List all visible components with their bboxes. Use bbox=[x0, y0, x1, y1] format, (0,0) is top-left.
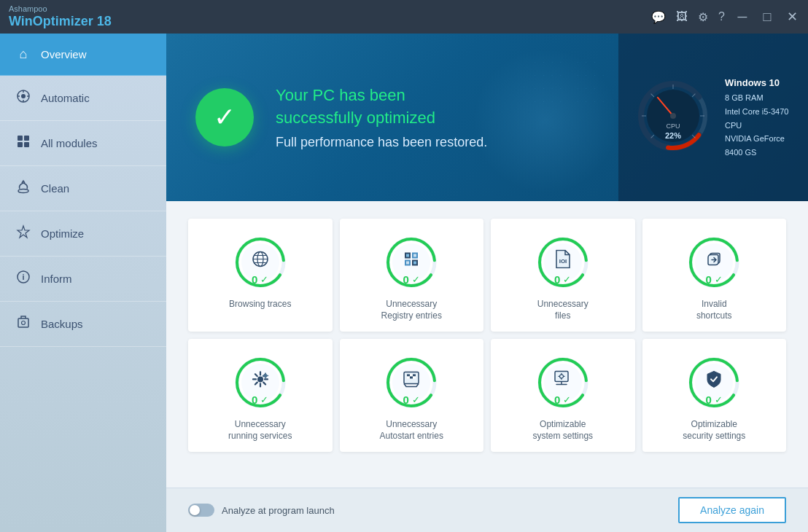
svg-rect-38 bbox=[406, 254, 409, 257]
cpu-label: Intel Core i5-3470 CPU bbox=[725, 105, 793, 132]
system-icon bbox=[553, 370, 572, 394]
content-area: ✓ Your PC has been successfully optimize… bbox=[166, 34, 808, 532]
card-gauge-security: 0 ✓ bbox=[685, 353, 743, 412]
card-system: 0 ✓ Optimizablesystem settings bbox=[491, 339, 635, 452]
sidebar-label-optimize: Optimize bbox=[41, 227, 84, 240]
maximize-button[interactable]: □ bbox=[760, 9, 774, 25]
svg-text:CPU: CPU bbox=[666, 122, 680, 130]
sidebar-item-automatic[interactable]: Automatic bbox=[0, 76, 166, 121]
shortcuts-label: Invalidshortcuts bbox=[696, 299, 732, 321]
toggle-label: Analyze at program launch bbox=[222, 505, 335, 516]
svg-rect-4 bbox=[18, 142, 23, 147]
cards-grid-top: 0 ✓ Browsing traces bbox=[188, 219, 786, 332]
svg-rect-5 bbox=[24, 142, 29, 147]
shortcuts-count: 0 bbox=[706, 273, 712, 286]
hero-title-line1: Your PC has been bbox=[276, 86, 405, 104]
sidebar: ⌂ Overview Automatic bbox=[0, 34, 166, 532]
svg-point-1 bbox=[21, 94, 26, 98]
sidebar-item-inform[interactable]: i Inform bbox=[0, 257, 166, 302]
cards-grid-bottom: 0 ✓ Unnecessaryrunning services bbox=[188, 339, 786, 452]
cpu-gauge: CPU 22% bbox=[633, 76, 713, 159]
toggle-row: Analyze at program launch bbox=[188, 504, 335, 517]
sidebar-label-automatic: Automatic bbox=[41, 92, 90, 104]
registry-label: UnnecessaryRegistry entries bbox=[381, 299, 442, 321]
svg-rect-79 bbox=[555, 372, 568, 382]
files-count-row: 0 ✓ bbox=[534, 273, 592, 286]
browsing-icon bbox=[252, 251, 269, 273]
app-title: Ashampoo WinOptimizer 18 bbox=[9, 4, 112, 30]
card-gauge-system: 0 ✓ bbox=[534, 353, 592, 412]
registry-count: 0 bbox=[403, 273, 409, 286]
sidebar-item-clean[interactable]: Clean bbox=[0, 166, 166, 211]
card-autostart: 0 ✓ UnnecessaryAutostart entries bbox=[340, 339, 484, 452]
card-gauge-browsing: 0 ✓ bbox=[231, 233, 290, 292]
system-count: 0 bbox=[554, 394, 560, 406]
hero-dots: ···· ······· ········ ······· ···· bbox=[535, 55, 611, 108]
footer: Analyze at program launch Analyze again bbox=[166, 488, 808, 532]
files-icon: IOI bbox=[555, 249, 571, 273]
inform-icon: i bbox=[15, 270, 32, 288]
svg-rect-73 bbox=[407, 377, 410, 379]
automatic-icon bbox=[15, 89, 32, 107]
main-layout: ⌂ Overview Automatic bbox=[0, 34, 808, 532]
registry-icon bbox=[403, 251, 420, 273]
minimize-button[interactable]: ─ bbox=[735, 9, 750, 25]
svg-rect-71 bbox=[410, 375, 413, 377]
optimize-icon bbox=[15, 224, 32, 243]
sidebar-item-overview[interactable]: ⌂ Overview bbox=[0, 34, 166, 76]
sidebar-item-optimize[interactable]: Optimize bbox=[0, 211, 166, 257]
sidebar-label-inform: Inform bbox=[41, 273, 72, 285]
sidebar-item-allmodules[interactable]: All modules bbox=[0, 121, 166, 166]
browsing-label: Browsing traces bbox=[229, 299, 291, 310]
cpu-gauge-bg: CPU 22% Windows 10 8 GB RAM Intel Core i… bbox=[618, 34, 808, 201]
home-icon: ⌂ bbox=[15, 47, 32, 62]
check-icon: ✓ bbox=[214, 104, 236, 130]
card-gauge-autostart: 0 ✓ bbox=[382, 353, 440, 412]
shortcuts-check-icon: ✓ bbox=[715, 274, 723, 285]
gear-icon[interactable]: ⚙ bbox=[698, 10, 708, 24]
success-check: ✓ bbox=[195, 88, 254, 146]
os-label: Windows 10 bbox=[725, 75, 793, 91]
ram-label: 8 GB RAM bbox=[725, 91, 793, 105]
services-count: 0 bbox=[252, 394, 257, 406]
shortcuts-count-row: 0 ✓ bbox=[685, 273, 743, 286]
svg-rect-74 bbox=[410, 377, 413, 379]
system-count-row: 0 ✓ bbox=[534, 394, 592, 406]
security-label: Optimizablesecurity settings bbox=[683, 419, 745, 442]
security-count: 0 bbox=[706, 394, 712, 406]
image-icon[interactable]: 🖼 bbox=[676, 10, 688, 23]
svg-text:IOI: IOI bbox=[559, 258, 567, 265]
analyze-again-button[interactable]: Analyze again bbox=[678, 497, 786, 523]
autostart-count: 0 bbox=[403, 394, 409, 406]
hero-title-line2: successfully optimized bbox=[276, 109, 435, 127]
browsing-count: 0 bbox=[252, 273, 257, 286]
auto-analyze-toggle[interactable] bbox=[188, 504, 214, 517]
card-gauge-files: IOI 0 ✓ bbox=[534, 233, 592, 292]
svg-line-57 bbox=[255, 374, 257, 376]
security-icon bbox=[706, 370, 722, 394]
security-check-icon: ✓ bbox=[715, 394, 723, 405]
svg-rect-39 bbox=[413, 254, 416, 257]
autostart-count-row: 0 ✓ bbox=[382, 394, 440, 406]
chat-icon[interactable]: 💬 bbox=[651, 10, 666, 24]
card-gauge-registry: 0 ✓ bbox=[382, 233, 440, 292]
registry-count-row: 0 ✓ bbox=[382, 273, 440, 286]
svg-rect-40 bbox=[406, 262, 409, 265]
svg-rect-3 bbox=[24, 136, 29, 141]
svg-rect-9 bbox=[18, 318, 28, 327]
services-check-icon: ✓ bbox=[260, 394, 268, 405]
cpu-info: Windows 10 8 GB RAM Intel Core i5-3470 C… bbox=[725, 75, 793, 160]
autostart-label: UnnecessaryAutostart entries bbox=[380, 419, 443, 442]
card-files: IOI 0 ✓ Unnecessaryfiles bbox=[491, 219, 635, 332]
card-shortcuts: 0 ✓ Invalidshortcuts bbox=[642, 219, 787, 332]
svg-line-58 bbox=[263, 383, 265, 385]
clean-icon bbox=[15, 179, 32, 197]
help-icon[interactable]: ? bbox=[718, 10, 725, 23]
close-button[interactable]: ✕ bbox=[785, 9, 799, 25]
svg-point-6 bbox=[18, 189, 28, 193]
svg-rect-75 bbox=[413, 377, 416, 379]
sidebar-item-backups[interactable]: Backups bbox=[0, 302, 166, 347]
services-icon bbox=[251, 370, 270, 394]
card-registry: 0 ✓ UnnecessaryRegistry entries bbox=[340, 219, 484, 332]
card-security: 0 ✓ Optimizablesecurity settings bbox=[642, 339, 787, 452]
